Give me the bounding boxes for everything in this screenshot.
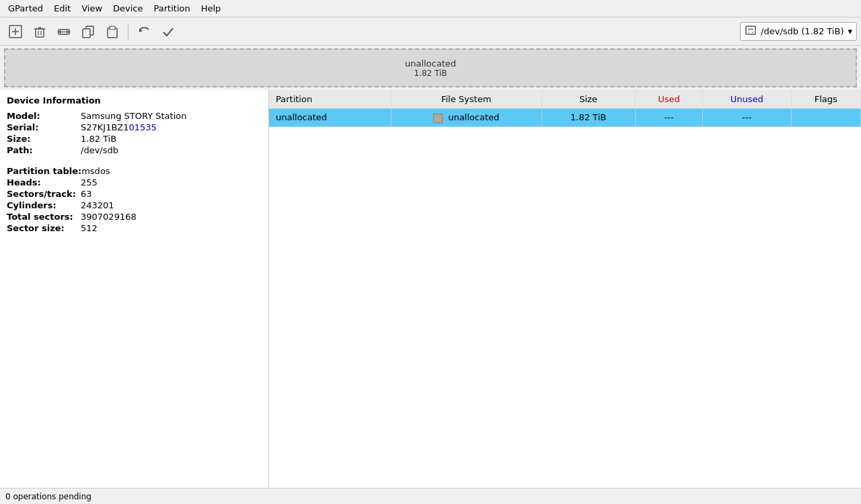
copy-partition-btn[interactable] xyxy=(77,21,100,42)
col-used: Used xyxy=(635,90,702,109)
svg-rect-3 xyxy=(36,29,44,37)
table-header-row: Partition File System Size Used Unused F… xyxy=(269,90,861,109)
menu-partition[interactable]: Partition xyxy=(149,2,196,15)
apply-btn[interactable] xyxy=(157,21,180,42)
info-heads-value: 255 xyxy=(81,177,98,187)
info-ptable-label: Partition table: xyxy=(7,166,81,176)
main-area: Device Information Model: Samsung STORY … xyxy=(0,90,861,488)
info-path-value: /dev/sdb xyxy=(81,145,118,155)
info-total-sectors: Total sectors: 3907029168 xyxy=(7,212,262,222)
info-model: Model: Samsung STORY Station xyxy=(7,111,262,121)
info-serial: Serial: S27KJ1BZ101535 xyxy=(7,122,262,132)
device-info-panel: Device Information Model: Samsung STORY … xyxy=(0,90,269,488)
info-cylinders: Cylinders: 243201 xyxy=(7,200,262,210)
info-size-value: 1.82 TiB xyxy=(81,134,116,144)
info-sector-size: Sector size: 512 xyxy=(7,223,262,233)
device-selector-arrow: ▾ xyxy=(848,26,852,36)
svg-point-20 xyxy=(752,32,753,33)
delete-partition-btn[interactable] xyxy=(28,21,51,42)
info-model-value: Samsung STORY Station xyxy=(81,111,186,121)
disk-visual: unallocated 1.82 TiB xyxy=(4,48,857,87)
menu-device[interactable]: Device xyxy=(108,2,148,15)
cell-unused: --- xyxy=(703,109,791,127)
info-strack-label: Sectors/track: xyxy=(7,189,81,199)
filesystem-icon xyxy=(433,114,443,123)
disk-visual-size: 1.82 TiB xyxy=(414,69,447,78)
menu-gparted[interactable]: GParted xyxy=(3,2,48,15)
menu-edit[interactable]: Edit xyxy=(48,2,76,15)
svg-rect-13 xyxy=(83,29,90,38)
menubar: GParted Edit View Device Partition Help xyxy=(0,0,861,17)
table-row[interactable]: unallocated unallocated 1.82 TiB --- --- xyxy=(269,109,861,127)
col-filesystem: File System xyxy=(391,90,541,109)
col-flags: Flags xyxy=(791,90,860,109)
partition-table: Partition File System Size Used Unused F… xyxy=(269,90,861,127)
svg-rect-18 xyxy=(748,28,753,30)
col-partition: Partition xyxy=(269,90,391,109)
device-selector-icon xyxy=(745,24,757,38)
col-unused: Unused xyxy=(703,90,791,109)
device-selector[interactable]: /dev/sdb (1.82 TiB) ▾ xyxy=(740,22,857,41)
toolbar: /dev/sdb (1.82 TiB) ▾ xyxy=(0,17,861,46)
menu-help[interactable]: Help xyxy=(196,2,227,15)
toolbar-sep-1 xyxy=(128,24,128,40)
device-info-title: Device Information xyxy=(7,95,262,106)
info-ptable-value: msdos xyxy=(81,166,110,176)
info-serial-blue: 01535 xyxy=(129,122,157,132)
info-heads-label: Heads: xyxy=(7,177,81,187)
info-ssize-label: Sector size: xyxy=(7,223,81,233)
resize-partition-btn[interactable] xyxy=(52,21,75,42)
info-cylinders-value: 243201 xyxy=(81,200,114,210)
info-tsectors-label: Total sectors: xyxy=(7,212,81,222)
info-ssize-value: 512 xyxy=(81,223,98,233)
info-gap xyxy=(7,157,262,166)
cell-used: --- xyxy=(635,109,702,127)
info-path: Path: /dev/sdb xyxy=(7,145,262,155)
cell-partition: unallocated xyxy=(269,109,391,127)
col-size: Size xyxy=(541,90,635,109)
svg-point-19 xyxy=(748,32,749,33)
info-cylinders-label: Cylinders: xyxy=(7,200,81,210)
paste-partition-btn[interactable] xyxy=(101,21,124,42)
menu-view[interactable]: View xyxy=(76,2,108,15)
cell-flags xyxy=(791,109,860,127)
info-model-label: Model: xyxy=(7,111,81,121)
info-sectors-track: Sectors/track: 63 xyxy=(7,189,262,199)
info-tsectors-value: 3907029168 xyxy=(81,212,137,222)
statusbar: 0 operations pending xyxy=(0,488,861,504)
undo-btn[interactable] xyxy=(133,21,155,42)
info-serial-label: Serial: xyxy=(7,122,81,132)
info-heads: Heads: 255 xyxy=(7,177,262,187)
info-serial-value: S27KJ1BZ101535 xyxy=(81,122,157,132)
cell-filesystem: unallocated xyxy=(391,109,541,127)
info-path-label: Path: xyxy=(7,145,81,155)
info-size-label: Size: xyxy=(7,134,81,144)
info-strack-value: 63 xyxy=(81,189,92,199)
disk-visual-label: unallocated xyxy=(405,58,456,69)
partition-panel: Partition File System Size Used Unused F… xyxy=(269,90,861,488)
cell-size: 1.82 TiB xyxy=(541,109,635,127)
new-partition-btn[interactable] xyxy=(4,21,27,42)
info-partition-table: Partition table: msdos xyxy=(7,166,262,176)
statusbar-text: 0 operations pending xyxy=(5,492,91,501)
svg-rect-15 xyxy=(110,26,115,30)
info-size: Size: 1.82 TiB xyxy=(7,134,262,144)
filesystem-label: unallocated xyxy=(448,112,499,122)
device-selector-label: /dev/sdb (1.82 TiB) xyxy=(761,26,844,36)
